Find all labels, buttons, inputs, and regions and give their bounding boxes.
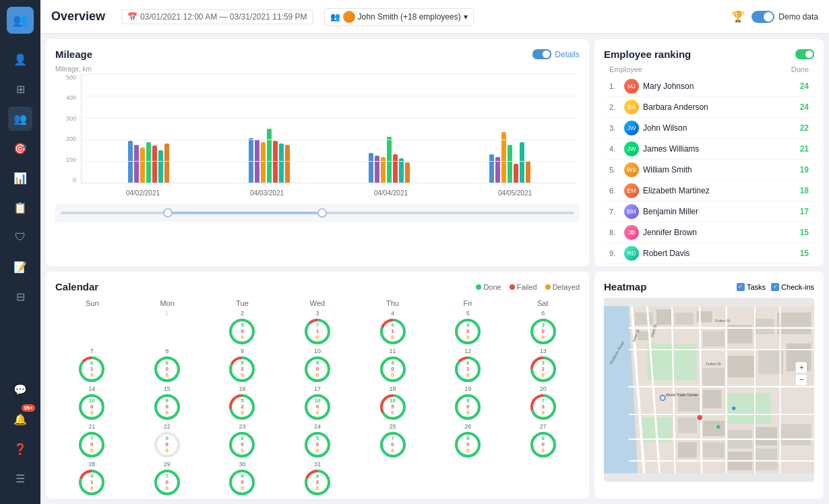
sidebar-item-dashboard[interactable]: ⊞: [8, 77, 32, 101]
bar: [134, 145, 139, 183]
legend-failed-label: Failed: [517, 283, 537, 291]
sidebar-item-notifications[interactable]: 🔔 99+: [8, 407, 32, 431]
avatar-2: BA: [624, 100, 639, 115]
svg-rect-75: [635, 313, 654, 325]
bar: [508, 145, 512, 183]
ranking-row-8[interactable]: 8. JB Jennifer Brown 15: [604, 222, 814, 243]
slider-handle-left[interactable]: [163, 208, 173, 218]
details-toggle[interactable]: Details: [532, 49, 580, 59]
demo-toggle[interactable]: Demo data: [751, 11, 818, 23]
mileage-title: Mileage: [55, 49, 92, 60]
bar: [128, 141, 133, 183]
svg-rect-80: [703, 331, 725, 346]
target-icon: 🎯: [13, 142, 27, 155]
sidebar-item-shield[interactable]: 🛡: [8, 225, 32, 249]
chart-slider[interactable]: [55, 203, 580, 222]
ranking-row-6[interactable]: 6. EM Elizabeth Martinez 18: [604, 181, 814, 201]
calendar-cell: 19 8 0 0: [431, 385, 505, 421]
svg-point-121: [716, 425, 720, 429]
calendar-card: Calendar Done Failed Delayed: [46, 272, 589, 499]
slider-handle-right[interactable]: [317, 208, 327, 218]
heatmap-options: ✓ Tasks ✓ Check-ins: [737, 283, 814, 291]
header-right: 🏆 Demo data: [731, 10, 818, 23]
menu-icon: ☰: [16, 472, 25, 485]
calendar-cell: 27 6 0 0: [506, 423, 580, 459]
avatar-3: JW: [624, 121, 639, 135]
date-range-picker[interactable]: 📅 03/01/2021 12:00 AM — 03/31/2021 11:59…: [121, 9, 313, 24]
app-logo: 👥: [7, 7, 34, 34]
x-axis-labels: 04/02/2021 04/03/2021 04/04/2021 04/05/2…: [81, 189, 577, 197]
avatar-5: WS: [624, 162, 639, 177]
ranking-row-10[interactable]: 10. OJ Oliver Jones 14: [604, 264, 814, 266]
sidebar-item-reports[interactable]: 📊: [8, 166, 32, 190]
employee-ranking-card: Employee ranking Employee Done 1. MJ Mar…: [594, 39, 824, 266]
page-title: Overview: [51, 9, 105, 24]
calendar-cell: 14 10 0 0: [55, 385, 129, 421]
sidebar-item-layers[interactable]: ⊟: [8, 284, 32, 309]
rank-1: 1.: [609, 82, 620, 90]
svg-text:−: −: [799, 375, 803, 383]
calendar-cell: 7 6 1 0: [55, 348, 129, 383]
avatar-7: BM: [624, 204, 639, 219]
ranking-row-2[interactable]: 2. BA Barbara Anderson 24: [604, 97, 814, 118]
tasks-label: Tasks: [747, 283, 766, 291]
bar: [279, 144, 284, 183]
details-label: Details: [555, 50, 580, 59]
y-axis: 500 400 300 200 100 0: [55, 74, 79, 183]
x-label-2: 04/03/2021: [250, 189, 284, 197]
ranking-row-1[interactable]: 1. MJ Mary Johnson 24: [604, 76, 814, 97]
checkins-checkbox[interactable]: ✓ Check-ins: [771, 283, 814, 291]
rank-9: 9.: [609, 249, 620, 257]
sidebar-item-clipboard[interactable]: 📋: [8, 195, 32, 220]
user-avatar: [343, 11, 355, 23]
toggle-switch[interactable]: [751, 11, 774, 23]
calendar-cell: [356, 461, 429, 497]
calendar-cell: 3 7 1 0: [281, 310, 355, 346]
calendar-grid: Sun Mon Tue Wed Thu Fri Sat: [55, 298, 580, 309]
bar: [140, 148, 145, 183]
ranking-row-9[interactable]: 9. RD Robert Davis 15: [604, 243, 814, 264]
sidebar-item-users[interactable]: 👥: [8, 106, 32, 131]
done-val-2: 24: [800, 102, 809, 112]
ranking-row-7[interactable]: 7. BM Benjamin Miller 17: [604, 201, 814, 222]
sidebar-item-menu[interactable]: ☰: [8, 466, 32, 491]
calendar-cell: 17 10 0 0: [281, 385, 355, 421]
calendar-legend: Done Failed Delayed: [476, 283, 580, 291]
x-label-3: 04/04/2021: [374, 189, 408, 197]
details-switch[interactable]: [532, 49, 551, 59]
rank-7: 7.: [609, 208, 620, 216]
done-val-1: 24: [800, 82, 809, 91]
calendar-cell: 26 8 0 0: [431, 423, 505, 459]
svg-text:Fulton St: Fulton St: [706, 362, 720, 366]
notifications-icon: 🔔: [13, 413, 27, 426]
x-label-1: 04/02/2021: [126, 189, 160, 197]
sidebar: 👥 👤 ⊞ 👥 🎯 📊 📋 🛡 📝 ⊟ 💬 🔔 99+ ❓ ☰: [0, 0, 40, 504]
user-selector[interactable]: 👥 John Smith (+18 employees) ▾: [324, 8, 474, 26]
done-val-3: 22: [800, 123, 809, 133]
ranking-row-3[interactable]: 3. JW John Wilson 22: [604, 118, 814, 139]
ranking-toggle[interactable]: [795, 49, 814, 59]
done-val-5: 19: [800, 165, 809, 175]
rank-4: 4.: [609, 145, 620, 153]
calendar-cell: 11 4 0 0: [356, 348, 429, 383]
sidebar-item-targets[interactable]: 🎯: [8, 136, 32, 160]
ranking-row-5[interactable]: 5. WS William Smith 19: [604, 160, 814, 181]
legend-done-dot: [476, 284, 481, 290]
emp-name-5: William Smith: [643, 165, 796, 175]
svg-rect-84: [703, 368, 725, 387]
calendar-cell: 12 6 1 0: [431, 348, 505, 383]
sidebar-item-help[interactable]: ❓: [8, 437, 32, 461]
avatar-8: JB: [624, 225, 639, 240]
sidebar-item-notes[interactable]: 📝: [8, 255, 32, 279]
legend-done: Done: [476, 283, 501, 291]
bar: [267, 129, 272, 183]
checkins-label: Check-ins: [781, 283, 814, 291]
ranking-row-4[interactable]: 4. JW James Williams 21: [604, 139, 814, 160]
toggle-knob: [764, 12, 773, 22]
calendar-cell: 10 8 0 0: [281, 348, 355, 383]
calendar-cells: 12 9 0 0 3 7 1 0 4 4 1 0 5: [55, 310, 580, 497]
sidebar-item-chat[interactable]: 💬: [8, 377, 32, 402]
main-content: Overview 📅 03/01/2021 12:00 AM — 03/31/2…: [40, 0, 829, 504]
tasks-checkbox[interactable]: ✓ Tasks: [737, 283, 766, 291]
sidebar-item-profile[interactable]: 👤: [8, 47, 32, 71]
